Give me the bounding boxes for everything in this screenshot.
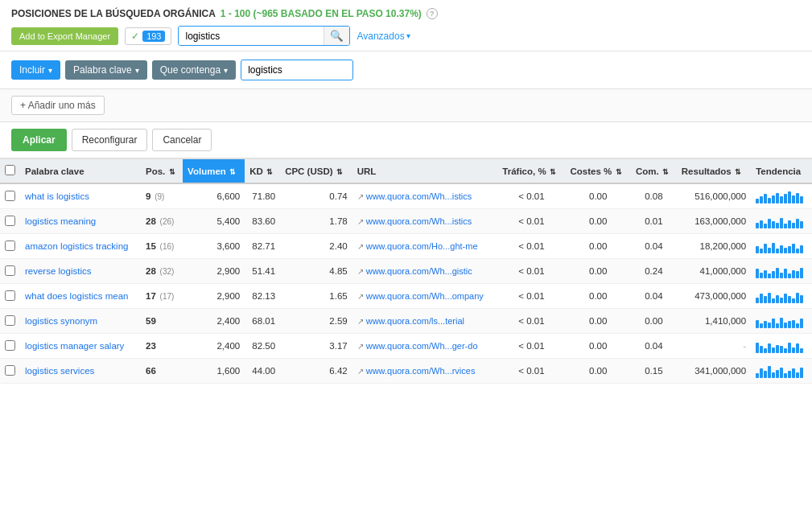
export-button[interactable]: Add to Export Manager [11, 27, 118, 45]
trend-bar-segment [772, 347, 775, 354]
trend-bar-segment [756, 269, 759, 278]
trend-chart [756, 264, 807, 278]
badge-number: 193 [142, 31, 165, 42]
row-checkbox[interactable] [5, 216, 15, 226]
col-header-com-[interactable]: Com. ⇅ [631, 159, 677, 183]
search-button[interactable]: 🔍 [324, 27, 349, 45]
info-icon: ? [427, 8, 438, 19]
col-header-volumen[interactable]: Volumen ⇅ [183, 159, 245, 183]
position-value: 17 [146, 291, 156, 301]
trend-bar-segment [800, 295, 803, 304]
trend-bar-segment [788, 321, 791, 328]
reconfig-button[interactable]: Reconfigurar [72, 129, 148, 151]
url-link[interactable]: www.quora.com/Wh...ger-do [366, 341, 478, 351]
col-header-costes--[interactable]: Costes % ⇅ [565, 159, 630, 183]
url-link[interactable]: www.quora.com/Wh...istics [366, 216, 472, 226]
position-sub: (17) [158, 292, 175, 301]
keyword-link[interactable]: what is logistics [25, 191, 89, 201]
cpc-cell: 4.85 [280, 259, 352, 284]
row-checkbox[interactable] [5, 191, 15, 201]
col-header-tendencia[interactable]: Tendencia [751, 159, 812, 183]
com-cell: 0.08 [631, 183, 677, 209]
trend-bar-segment [792, 368, 795, 378]
costes-cell: 0.00 [565, 183, 630, 209]
trend-bar-segment [788, 191, 791, 204]
col-header-resultados[interactable]: Resultados ⇅ [677, 159, 751, 183]
kd-cell: 51.41 [245, 259, 280, 284]
keyword-link[interactable]: logistics manager salary [25, 341, 124, 351]
trend-chart [756, 364, 807, 378]
com-cell: 0.00 [631, 309, 677, 334]
costes-cell: 0.00 [565, 359, 630, 384]
trend-bar-segment [796, 249, 799, 253]
cpc-cell: 2.59 [280, 309, 352, 334]
row-checkbox[interactable] [5, 290, 15, 301]
row-checkbox[interactable] [5, 365, 15, 376]
col-header-cpc--usd-[interactable]: CPC (USD) ⇅ [280, 159, 352, 183]
page-title: POSICIONES DE LA BÚSQUEDA ORGÁNICA [11, 8, 216, 19]
sort-icon: ⇅ [228, 168, 237, 176]
trend-bar-segment [792, 223, 795, 229]
kd-cell: 44.00 [245, 359, 280, 384]
keyword-link[interactable]: reverse logistics [25, 266, 91, 276]
table-row: logistics services661,60044.006.42↗www.q… [0, 359, 812, 384]
volume-cell: 1,600 [183, 359, 245, 384]
contains-label: Que contenga [160, 64, 221, 76]
advanced-link[interactable]: Avanzados ▾ [357, 31, 410, 42]
field-select[interactable]: Palabra clave ▾ [65, 60, 147, 80]
cancel-button[interactable]: Cancelar [152, 129, 212, 151]
trend-bar-segment [796, 372, 799, 379]
col-header-tr-fico---[interactable]: Tráfico, % ⇅ [497, 159, 565, 183]
contains-select[interactable]: Que contenga ▾ [152, 60, 236, 80]
position-sub: (16) [158, 242, 175, 251]
row-checkbox[interactable] [5, 315, 15, 326]
trend-bar-segment [796, 219, 799, 228]
url-link[interactable]: www.quora.com/ls...terial [366, 316, 464, 326]
col-header-pos-[interactable]: Pos. ⇅ [141, 159, 183, 183]
keyword-link[interactable]: logistics meaning [25, 216, 96, 226]
select-all-checkbox[interactable] [5, 165, 15, 175]
col-header-kd[interactable]: KD ⇅ [245, 159, 280, 183]
traffic-cell: < 0.01 [497, 284, 565, 309]
trend-bar-segment [756, 246, 759, 253]
trend-chart [756, 189, 807, 204]
chevron-down-icon: ▾ [135, 66, 139, 75]
external-link-icon: ↗ [357, 217, 364, 226]
trend-bar-segment [776, 249, 779, 253]
external-link-icon: ↗ [357, 317, 364, 326]
search-input[interactable]: logistics [179, 27, 324, 45]
url-link[interactable]: www.quora.com/Ho...ght-me [366, 241, 478, 251]
url-link[interactable]: www.quora.com/Wh...istics [366, 191, 472, 201]
trend-bar-segment [784, 248, 787, 254]
filter-input[interactable]: logistics [241, 60, 353, 80]
volume-cell: 3,600 [183, 234, 245, 259]
keyword-link[interactable]: amazon logistics tracking [25, 241, 128, 251]
trend-chart [756, 289, 807, 303]
keyword-link[interactable]: logistics synonym [25, 316, 97, 326]
trend-cell [751, 284, 812, 309]
sort-icon: ⇅ [613, 168, 622, 176]
results-cell: 473,000,000 [677, 284, 751, 309]
keyword-link[interactable]: logistics services [25, 366, 94, 376]
kd-cell: 71.80 [245, 183, 280, 209]
trend-cell [751, 209, 812, 234]
include-select[interactable]: Incluir ▾ [11, 60, 60, 80]
url-link[interactable]: www.quora.com/Wh...gistic [366, 266, 472, 276]
position-cell: 15 (16) [141, 234, 183, 259]
trend-bar-segment [764, 371, 767, 378]
row-checkbox[interactable] [5, 265, 15, 276]
keyword-link[interactable]: what does logistics mean [25, 291, 128, 301]
apply-button[interactable]: Aplicar [11, 129, 67, 151]
col-header-palabra-clave[interactable]: Palabra clave [20, 159, 141, 183]
url-link[interactable]: www.quora.com/Wh...ompany [366, 291, 484, 301]
row-checkbox[interactable] [5, 340, 15, 351]
trend-chart [756, 214, 807, 228]
trend-bar-segment [764, 224, 767, 228]
col-header-url[interactable]: URL [352, 159, 498, 183]
add-more-button[interactable]: + Añadir uno más [11, 96, 105, 115]
row-checkbox[interactable] [5, 240, 15, 251]
url-link[interactable]: www.quora.com/Wh...rvices [366, 366, 476, 376]
results-cell: 341,000,000 [677, 359, 751, 384]
external-link-icon: ↗ [357, 242, 364, 251]
results-cell: 516,000,000 [677, 183, 751, 209]
